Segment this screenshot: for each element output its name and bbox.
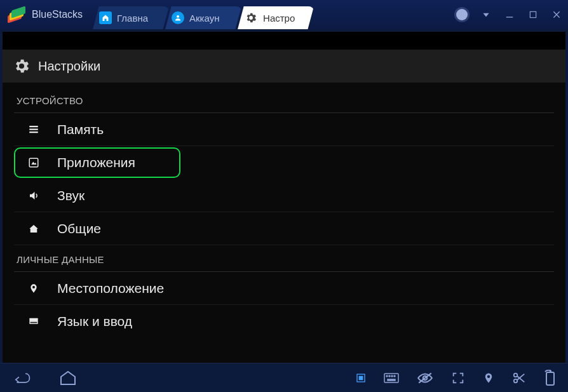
tab-account[interactable]: Аккаун [165, 6, 241, 29]
svg-rect-6 [29, 128, 38, 130]
back-button[interactable] [11, 370, 33, 386]
location-icon [27, 282, 41, 295]
home-small-icon [27, 223, 41, 234]
maximize-button[interactable] [529, 10, 538, 19]
account-icon [172, 11, 184, 24]
svg-rect-25 [546, 372, 554, 385]
tab-strip: Главна Аккаун Настро [93, 0, 310, 29]
setting-label: Приложения [57, 155, 135, 170]
bluestacks-logo-icon [8, 8, 25, 22]
settings-header: Настройки [3, 50, 565, 83]
setting-label: Общие [57, 221, 101, 236]
status-strip [3, 32, 565, 50]
user-avatar-icon[interactable] [456, 9, 468, 20]
svg-point-14 [386, 375, 388, 377]
setting-row-general[interactable]: Общие [14, 212, 554, 245]
tab-home[interactable]: Главна [93, 6, 169, 29]
titlebar: BlueStacks Главна Аккаун Настро [0, 0, 568, 29]
input-indicator-icon[interactable] [356, 373, 366, 383]
language-icon [27, 316, 41, 327]
home-button[interactable] [58, 370, 78, 386]
svg-point-22 [514, 379, 518, 382]
setting-label: Местоположение [57, 281, 164, 296]
app-window: BlueStacks Главна Аккаун Настро [0, 0, 568, 392]
setting-row-memory[interactable]: Память [14, 113, 554, 146]
svg-rect-7 [29, 132, 38, 133]
settings-title: Настройки [38, 59, 100, 74]
memory-icon [27, 124, 41, 135]
settings-icon [244, 11, 258, 25]
keyboard-icon[interactable] [384, 372, 399, 384]
svg-rect-13 [384, 374, 398, 382]
minimize-button[interactable] [504, 10, 515, 20]
setting-label: Память [57, 122, 104, 137]
fullscreen-icon[interactable] [451, 371, 465, 385]
svg-point-15 [389, 375, 390, 377]
app-name: BlueStacks [32, 9, 83, 20]
content-area: Настройки УСТРОЙСТВО Память Приложения [3, 32, 565, 363]
svg-rect-2 [530, 11, 536, 17]
home-icon [99, 11, 112, 24]
dropdown-icon[interactable] [482, 10, 490, 19]
setting-label: Звук [57, 188, 85, 203]
tab-label: Аккаун [189, 13, 219, 24]
sound-icon [27, 190, 41, 201]
tab-label: Настро [263, 13, 295, 24]
setting-label: Язык и ввод [57, 314, 132, 329]
setting-row-language[interactable]: Язык и ввод [14, 305, 554, 338]
svg-rect-18 [388, 379, 395, 381]
section-header-personal: ЛИЧНЫЕ ДАННЫЕ [14, 245, 554, 272]
svg-rect-12 [359, 376, 362, 379]
setting-row-location[interactable]: Местоположение [14, 272, 554, 305]
svg-rect-5 [29, 126, 38, 127]
gear-icon [13, 57, 30, 75]
close-button[interactable] [551, 10, 562, 20]
tab-settings[interactable]: Настро [238, 6, 314, 29]
setting-row-apps[interactable]: Приложения [14, 147, 180, 178]
location-pin-icon[interactable] [483, 371, 494, 385]
app-brand: BlueStacks [8, 8, 83, 22]
rotate-device-icon[interactable] [544, 370, 557, 386]
svg-point-0 [177, 15, 179, 18]
scissors-icon[interactable] [512, 371, 526, 385]
setting-row-sound[interactable]: Звук [14, 179, 554, 212]
svg-rect-10 [30, 322, 37, 323]
svg-point-21 [514, 373, 518, 377]
settings-body[interactable]: УСТРОЙСТВО Память Приложения Звук [3, 83, 565, 363]
section-header-device: УСТРОЙСТВО [14, 86, 554, 113]
window-controls [456, 9, 562, 20]
svg-point-16 [391, 375, 393, 377]
tab-label: Главна [117, 13, 148, 24]
system-navbar [0, 363, 568, 392]
visibility-off-icon[interactable] [417, 372, 433, 384]
svg-point-17 [394, 375, 395, 377]
apps-icon [27, 157, 41, 168]
